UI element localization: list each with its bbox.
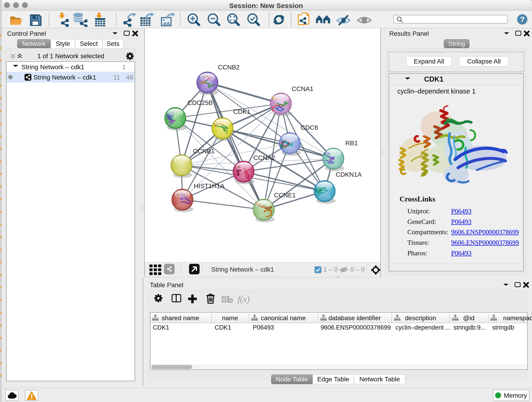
svg-text:CCNE1: CCNE1 [274, 191, 296, 199]
svg-text:CCNA1: CCNA1 [292, 85, 313, 92]
svg-text:CCNA2: CCNA2 [253, 154, 275, 161]
svg-text:HIST1H1A: HIST1H1A [194, 182, 225, 190]
svg-text:CCNB1: CCNB1 [193, 148, 215, 155]
svg-text:CDC6: CDC6 [301, 124, 318, 131]
svg-text:CDC25B: CDC25B [187, 99, 213, 106]
svg-text:CDKN1A: CDKN1A [336, 171, 362, 178]
svg-text:CCNB2: CCNB2 [218, 64, 240, 71]
svg-text:RB1: RB1 [345, 140, 358, 147]
svg-text:CDK1: CDK1 [233, 108, 250, 115]
